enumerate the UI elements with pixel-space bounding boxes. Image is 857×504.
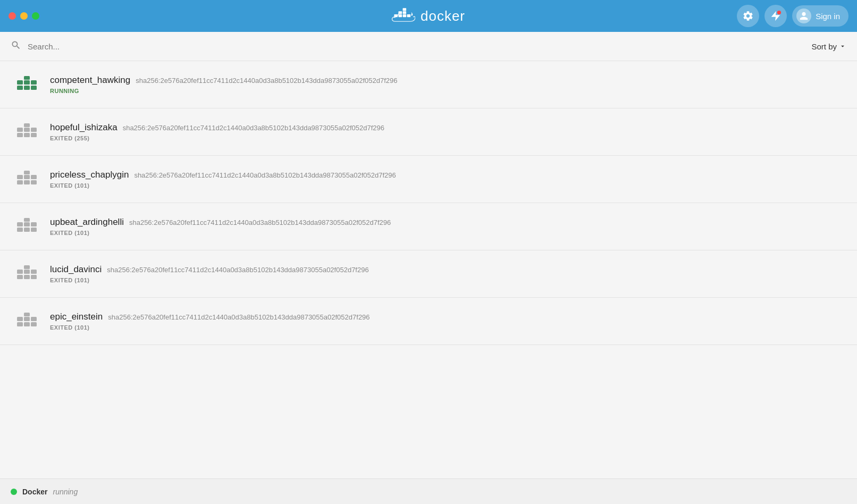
search-bar: Sort by <box>0 32 857 61</box>
svg-rect-15 <box>17 128 23 132</box>
svg-rect-23 <box>24 175 30 179</box>
gear-icon <box>742 10 754 22</box>
container-icon <box>13 260 40 288</box>
svg-rect-34 <box>31 228 37 232</box>
container-status: EXITED (101) <box>50 230 391 236</box>
close-button[interactable] <box>9 12 16 20</box>
svg-rect-47 <box>24 322 30 326</box>
container-info: hopeful_ishizaka sha256:2e576a20fef11cc7… <box>50 122 384 141</box>
container-status: EXITED (101) <box>50 182 396 189</box>
container-svg <box>14 119 39 145</box>
svg-rect-22 <box>17 175 23 179</box>
container-name-row: lucid_davinci sha256:2e576a20fef11cc7411… <box>50 264 369 275</box>
svg-rect-40 <box>24 275 30 279</box>
container-hash: sha256:2e576a20fef11cc7411d2c1440a0d3a8b… <box>136 77 397 85</box>
app-logo: docker <box>392 6 465 26</box>
svg-rect-33 <box>24 228 30 232</box>
container-icon <box>13 165 40 193</box>
svg-rect-17 <box>31 128 37 132</box>
docker-logo: docker <box>392 6 465 26</box>
container-status: RUNNING <box>50 88 398 94</box>
svg-point-7 <box>777 11 781 14</box>
container-item[interactable]: upbeat_ardinghelli sha256:2e576a20fef11c… <box>0 203 857 250</box>
container-name: epic_einstein <box>50 312 103 322</box>
container-icon <box>13 307 40 335</box>
svg-rect-39 <box>17 275 23 279</box>
container-item[interactable]: lucid_davinci sha256:2e576a20fef11cc7411… <box>0 250 857 298</box>
svg-rect-16 <box>24 128 30 132</box>
settings-button[interactable] <box>737 5 759 27</box>
container-name: priceless_chaplygin <box>50 170 129 180</box>
container-hash: sha256:2e576a20fef11cc7411d2c1440a0d3a8b… <box>123 124 384 132</box>
svg-rect-46 <box>17 322 23 326</box>
container-item[interactable]: epic_einstein sha256:2e576a20fef11cc7411… <box>0 298 857 345</box>
container-svg <box>14 308 39 334</box>
svg-rect-41 <box>31 275 37 279</box>
lightning-icon <box>770 10 782 22</box>
footer: Docker running <box>0 478 857 504</box>
container-name-row: priceless_chaplygin sha256:2e576a20fef11… <box>50 170 396 180</box>
svg-rect-24 <box>31 175 37 179</box>
svg-rect-42 <box>24 265 30 269</box>
svg-rect-26 <box>24 180 30 184</box>
app-title: docker <box>421 8 465 24</box>
svg-rect-32 <box>17 228 23 232</box>
maximize-button[interactable] <box>32 12 39 20</box>
container-status: EXITED (101) <box>50 277 369 283</box>
container-icon <box>13 118 40 146</box>
sign-in-button[interactable]: Sign in <box>792 5 848 27</box>
container-hash: sha256:2e576a20fef11cc7411d2c1440a0d3a8b… <box>107 266 368 274</box>
search-icon <box>11 40 21 53</box>
svg-rect-31 <box>31 222 37 226</box>
container-hash: sha256:2e576a20fef11cc7411d2c1440a0d3a8b… <box>134 171 396 179</box>
container-info: lucid_davinci sha256:2e576a20fef11cc7411… <box>50 264 369 283</box>
svg-rect-9 <box>24 80 30 85</box>
svg-rect-36 <box>17 270 23 274</box>
svg-rect-45 <box>31 317 37 321</box>
container-svg <box>14 72 39 97</box>
svg-rect-30 <box>24 222 30 226</box>
svg-rect-14 <box>24 76 30 80</box>
sort-label: Sort by <box>811 42 837 51</box>
chevron-down-icon <box>839 43 846 50</box>
svg-rect-10 <box>31 80 37 85</box>
docker-status-dot <box>11 489 17 495</box>
container-name-row: hopeful_ishizaka sha256:2e576a20fef11cc7… <box>50 122 384 133</box>
svg-rect-20 <box>31 133 37 137</box>
container-icon <box>13 213 40 240</box>
container-info: epic_einstein sha256:2e576a20fef11cc7411… <box>50 312 370 331</box>
svg-rect-18 <box>17 133 23 137</box>
titlebar-right: Sign in <box>737 5 848 27</box>
svg-rect-27 <box>31 180 37 184</box>
search-input[interactable] <box>28 42 811 51</box>
svg-rect-11 <box>17 86 23 90</box>
container-item[interactable]: competent_hawking sha256:2e576a20fef11cc… <box>0 61 857 108</box>
svg-rect-19 <box>24 133 30 137</box>
user-icon <box>799 11 809 21</box>
svg-rect-38 <box>31 270 37 274</box>
svg-rect-12 <box>24 86 30 90</box>
svg-rect-37 <box>24 270 30 274</box>
footer-status: running <box>53 488 78 496</box>
svg-rect-25 <box>17 180 23 184</box>
container-name: upbeat_ardinghelli <box>50 217 124 228</box>
container-name-row: upbeat_ardinghelli sha256:2e576a20fef11c… <box>50 217 391 228</box>
notifications-button[interactable] <box>764 5 787 27</box>
container-name: competent_hawking <box>50 75 130 86</box>
svg-rect-8 <box>17 80 23 85</box>
container-item[interactable]: hopeful_ishizaka sha256:2e576a20fef11cc7… <box>0 108 857 156</box>
container-name: hopeful_ishizaka <box>50 122 117 133</box>
minimize-button[interactable] <box>20 12 28 20</box>
svg-rect-48 <box>31 322 37 326</box>
container-item[interactable]: priceless_chaplygin sha256:2e576a20fef11… <box>0 156 857 203</box>
svg-rect-29 <box>17 222 23 226</box>
docker-whale-icon <box>392 6 415 26</box>
container-info: competent_hawking sha256:2e576a20fef11cc… <box>50 75 398 94</box>
container-name: lucid_davinci <box>50 264 102 275</box>
sort-button[interactable]: Sort by <box>811 42 846 51</box>
footer-app-name: Docker <box>22 488 47 496</box>
container-svg <box>14 261 39 287</box>
svg-rect-21 <box>24 123 30 127</box>
container-name-row: epic_einstein sha256:2e576a20fef11cc7411… <box>50 312 370 322</box>
container-info: upbeat_ardinghelli sha256:2e576a20fef11c… <box>50 217 391 236</box>
